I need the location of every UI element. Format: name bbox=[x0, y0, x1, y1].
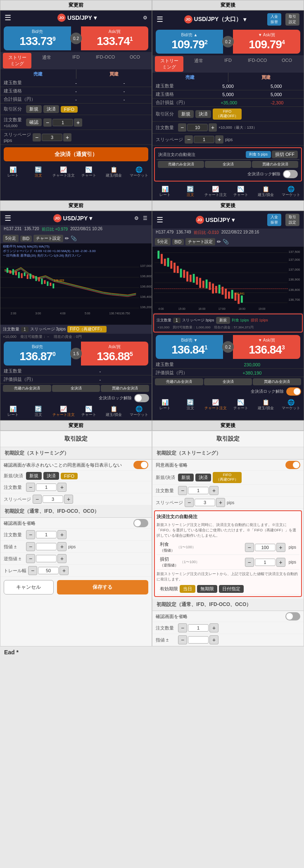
qty-minus-5[interactable]: − bbox=[26, 483, 35, 492]
tab2-normal[interactable]: 通常 bbox=[184, 56, 213, 72]
qty-minus-6[interactable]: − bbox=[178, 486, 187, 495]
btn-new-2[interactable]: 新規 bbox=[178, 110, 194, 118]
tab2-ifd[interactable]: IFD bbox=[214, 56, 242, 72]
profit-minus-6[interactable]: − bbox=[245, 543, 254, 552]
nav-rate-3[interactable]: 📊レート bbox=[0, 405, 26, 418]
tab-normal[interactable]: 通常 bbox=[32, 53, 61, 68]
menu-icon-2[interactable]: ☰ bbox=[157, 15, 163, 24]
qty2-plus-6[interactable]: + bbox=[209, 623, 218, 632]
qty2-minus-6[interactable]: − bbox=[178, 623, 187, 632]
profit-input-6[interactable] bbox=[255, 544, 276, 551]
btn-fifo-6[interactable]: FIFO（再建OFF） bbox=[213, 472, 242, 483]
btn-new[interactable]: 新規 bbox=[26, 105, 42, 113]
all-close-4[interactable]: 全決済 bbox=[204, 378, 252, 385]
idx-minus-5[interactable]: − bbox=[26, 542, 35, 551]
dropdown-icon[interactable]: ▾ bbox=[94, 14, 97, 21]
slip-input-2[interactable] bbox=[194, 136, 214, 143]
btn-new-5[interactable]: 新規 bbox=[26, 472, 42, 480]
nav-market-2[interactable]: 🌐マーケット bbox=[278, 185, 304, 198]
ask-box-2[interactable]: ▼ Ask/買 109.794 bbox=[233, 30, 300, 54]
toggle-6[interactable] bbox=[285, 461, 300, 469]
idx-plus-5[interactable]: + bbox=[57, 542, 66, 551]
confirm-toggle-5[interactable] bbox=[133, 519, 148, 527]
clip-icon[interactable]: 📎 bbox=[71, 236, 77, 241]
trail-plus-5[interactable]: + bbox=[59, 566, 69, 575]
rev-idx-plus-5[interactable]: + bbox=[57, 554, 66, 563]
nav-order-4[interactable]: 🔄注文 bbox=[178, 398, 203, 412]
qty2-plus-5[interactable]: + bbox=[57, 530, 66, 539]
nav-chart-order-3[interactable]: 📈チャート注文 bbox=[51, 405, 76, 418]
nav-chart-order-2[interactable]: 📈チャート注文 bbox=[203, 185, 228, 198]
qty-plus-2[interactable]: + bbox=[209, 123, 217, 132]
idx-input-6[interactable] bbox=[188, 636, 209, 644]
unlock-toggle[interactable] bbox=[283, 170, 298, 178]
expire-date-btn[interactable]: 日付指定 bbox=[219, 585, 244, 593]
loss-btn[interactable]: 損切 OFF bbox=[272, 151, 298, 158]
tab2-streaming[interactable]: ストリーミング bbox=[155, 56, 183, 72]
rev-idx-input-5[interactable] bbox=[36, 555, 57, 562]
menu-icon-3[interactable]: ☰ bbox=[5, 214, 11, 223]
buy-close-3[interactable]: 買建のみ全決済 bbox=[101, 385, 149, 392]
trail-minus-5[interactable]: − bbox=[28, 566, 37, 575]
loss-plus-6[interactable]: + bbox=[276, 558, 285, 567]
gear-icon[interactable]: ⚙ bbox=[143, 15, 147, 21]
nav-order[interactable]: 🔄注文 bbox=[26, 165, 51, 179]
btn-fifo[interactable]: FIFO bbox=[61, 106, 78, 113]
slip-plus[interactable]: + bbox=[63, 133, 71, 142]
idx-minus-6[interactable]: − bbox=[178, 635, 187, 644]
settings-icon-3[interactable]: ☰ bbox=[143, 215, 147, 221]
qty2-input-6[interactable] bbox=[188, 624, 209, 632]
confirm-btn[interactable]: 確認 bbox=[26, 118, 42, 126]
tab-ifd-oco[interactable]: IFD-OCO bbox=[91, 53, 120, 68]
slip-input-6[interactable] bbox=[195, 499, 215, 506]
chart-settings-btn-4[interactable]: チャート設定 bbox=[185, 238, 215, 245]
rev-idx-minus-5[interactable]: − bbox=[26, 554, 35, 563]
qty-minus-2[interactable]: − bbox=[178, 123, 186, 132]
tab-ifd[interactable]: IFD bbox=[62, 53, 90, 68]
dropdown-icon-3[interactable]: ▾ bbox=[89, 215, 92, 222]
tab-oco[interactable]: OCO bbox=[121, 53, 149, 68]
slip-minus-6[interactable]: − bbox=[185, 498, 194, 507]
sell-close-btn[interactable]: 売建のみ全決済 bbox=[158, 161, 204, 168]
slip-input-5[interactable] bbox=[43, 495, 63, 503]
nav-order-2[interactable]: 🔄注文 bbox=[178, 185, 203, 198]
ask-box-4[interactable]: ▼ Ask/買 136.843 bbox=[233, 335, 300, 359]
tab2-ifd-oco[interactable]: IFD-OCO bbox=[243, 56, 272, 72]
bid-box[interactable]: Bid/売 133.739 bbox=[4, 26, 71, 50]
idx-plus-6[interactable]: + bbox=[209, 635, 218, 644]
btn-settle-2[interactable]: 決済 bbox=[195, 110, 211, 118]
tab-streaming[interactable]: ストリーミング bbox=[3, 53, 31, 68]
qty-minus[interactable]: − bbox=[43, 118, 52, 127]
nav-order-3[interactable]: 🔄注文 bbox=[26, 405, 51, 418]
btn-settle-6[interactable]: 決済 bbox=[195, 474, 211, 481]
bid-box-2[interactable]: Bid/売 ▲ 109.792 bbox=[156, 30, 223, 54]
cancel-btn-5[interactable]: キャンセル bbox=[4, 580, 54, 594]
slip-input[interactable] bbox=[42, 134, 62, 141]
profit-btn[interactable]: 利食 5 pips bbox=[246, 151, 271, 158]
trail-input-5[interactable] bbox=[38, 567, 59, 574]
dropdown-icon-4[interactable]: ▾ bbox=[232, 217, 235, 223]
gear-icon-3[interactable]: ⚙ bbox=[134, 215, 139, 221]
confirm-toggle-6[interactable] bbox=[285, 612, 300, 620]
btn-settings-4[interactable]: 取引設定 bbox=[285, 214, 299, 226]
menu-icon-4[interactable]: ☰ bbox=[157, 215, 163, 224]
nav-rate-4[interactable]: 📊レート bbox=[152, 398, 178, 412]
slip-plus-2[interactable]: + bbox=[215, 135, 223, 144]
ask-box-3[interactable]: Ask/買 136.885 bbox=[81, 342, 148, 366]
unlock-toggle-4[interactable] bbox=[286, 387, 301, 396]
nav-chart-2[interactable]: 📉チャート bbox=[228, 185, 253, 198]
qty-input-2[interactable] bbox=[187, 124, 208, 131]
all-close-3[interactable]: 全決済 bbox=[52, 385, 100, 392]
btn-trade-settings[interactable]: 取引設定 bbox=[285, 13, 299, 26]
profit-plus-6[interactable]: + bbox=[276, 543, 285, 552]
qty-input[interactable] bbox=[52, 119, 73, 126]
nav-chart-3[interactable]: 📉チャート bbox=[76, 405, 101, 418]
bid-box-4[interactable]: Bid/売 ▼ 136.841 bbox=[156, 335, 223, 359]
nav-rate[interactable]: 📊レート bbox=[0, 165, 26, 179]
buy-close-4[interactable]: 買建のみ全決済 bbox=[253, 378, 301, 385]
nav-position-2[interactable]: 📋建玉/損金 bbox=[253, 185, 278, 198]
nav-position[interactable]: 📋建玉/損金 bbox=[101, 165, 126, 179]
bid-box-3[interactable]: Bid/売 136.870 bbox=[4, 342, 71, 366]
btn-settle-5[interactable]: 決済 bbox=[43, 472, 59, 480]
idx-input-5[interactable] bbox=[36, 543, 57, 550]
